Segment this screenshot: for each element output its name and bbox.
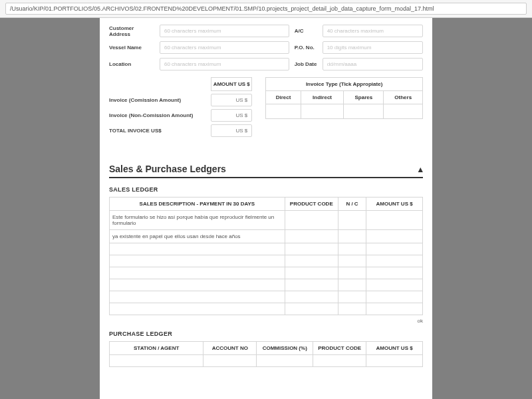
invoice-type-cell[interactable] <box>266 104 301 119</box>
url-bar[interactable]: /Usuario/KIP/01.PORTFOLIOS/05.ARCHIVOS/0… <box>5 3 527 15</box>
table-cell[interactable] <box>285 303 338 315</box>
table-cell[interactable] <box>313 355 366 367</box>
purchase-ledger-title: PURCHASE LEDGER <box>109 331 423 337</box>
input-job-date[interactable] <box>323 58 423 70</box>
table-cell[interactable] <box>338 279 366 291</box>
purchase-col-product-code: PRODUCT CODE <box>313 342 366 355</box>
invoice-type-table: Invoice Type (Tick Appropiate) Direct In… <box>265 77 423 119</box>
chevron-up-icon: ▴ <box>418 164 423 174</box>
table-cell[interactable]: ya existente en papel que ellos usan des… <box>110 230 285 243</box>
table-cell[interactable] <box>285 267 338 279</box>
table-cell[interactable] <box>366 243 423 255</box>
table-cell[interactable] <box>110 355 203 367</box>
table-cell[interactable] <box>285 211 338 230</box>
invoice-type-col-indirect: Indirect <box>301 91 343 104</box>
table-cell[interactable]: Este formulario se hizo así porque había… <box>110 211 285 230</box>
amount-header: AMOUNT US $ <box>211 77 252 91</box>
label-invoice-commission: Invoice (Comission Amount) <box>109 97 207 103</box>
table-cell[interactable] <box>110 267 285 279</box>
input-ac[interactable] <box>323 25 423 37</box>
label-vessel-name: Vessel Name <box>109 45 156 51</box>
table-cell[interactable] <box>285 230 338 243</box>
invoice-type-col-direct: Direct <box>266 91 301 104</box>
input-invoice-noncommission[interactable] <box>211 109 252 122</box>
table-cell[interactable] <box>366 291 423 303</box>
label-customer-address: Customer Address <box>109 25 156 37</box>
table-cell[interactable] <box>366 255 423 267</box>
table-cell[interactable] <box>338 291 366 303</box>
table-cell[interactable] <box>285 291 338 303</box>
table-cell[interactable] <box>366 211 423 230</box>
input-location[interactable] <box>160 58 289 70</box>
table-cell[interactable] <box>338 211 366 230</box>
table-cell[interactable] <box>366 267 423 279</box>
invoice-type-cell[interactable] <box>301 104 343 119</box>
ok-indicator: ok <box>109 318 423 324</box>
table-cell[interactable] <box>366 303 423 315</box>
table-cell[interactable] <box>338 243 366 255</box>
table-cell[interactable] <box>285 255 338 267</box>
table-cell[interactable] <box>366 279 423 291</box>
purchase-col-commission: COMMISSION (%) <box>257 342 313 355</box>
table-cell[interactable] <box>110 255 285 267</box>
invoice-type-cell[interactable] <box>344 104 384 119</box>
input-customer-address[interactable] <box>160 25 289 37</box>
browser-chrome: /Usuario/KIP/01.PORTFOLIOS/05.ARCHIVOS/0… <box>0 0 532 18</box>
sales-col-desc: SALES DESCRIPTION - PAYMENT IN 30 DAYS <box>110 198 285 211</box>
invoice-type-cell[interactable] <box>384 104 423 119</box>
table-cell[interactable] <box>338 255 366 267</box>
label-po-no: P.O. No. <box>295 45 319 51</box>
purchase-col-amount: AMOUNT US $ <box>366 342 423 355</box>
purchase-col-station: STATION / AGENT <box>110 342 203 355</box>
label-total-invoice: TOTAL INVOICE US$ <box>109 128 207 134</box>
table-cell[interactable] <box>110 279 285 291</box>
input-invoice-commission[interactable] <box>211 94 252 106</box>
input-vessel-name[interactable] <box>160 41 289 54</box>
invoice-type-col-others: Others <box>384 91 423 104</box>
table-cell[interactable] <box>366 355 423 367</box>
sales-col-nc: N / C <box>338 198 366 211</box>
input-total-invoice[interactable] <box>211 124 252 137</box>
invoice-type-col-spares: Spares <box>344 91 384 104</box>
input-po-no[interactable] <box>323 41 423 54</box>
section-sales-purchase-ledgers[interactable]: Sales & Purchase Ledgers ▴ <box>109 164 423 178</box>
table-cell[interactable] <box>285 243 338 255</box>
label-ac: A/C <box>295 28 319 34</box>
label-job-date: Job Date <box>295 61 319 67</box>
table-cell[interactable] <box>110 303 285 315</box>
invoice-type-title: Invoice Type (Tick Appropiate) <box>266 78 423 91</box>
table-cell[interactable] <box>366 230 423 243</box>
purchase-ledger-table: STATION / AGENT ACCOUNT NO COMMISSION (%… <box>109 341 423 367</box>
sales-ledger-title: SALES LEDGER <box>109 186 423 193</box>
sales-col-product-code: PRODUCT CODE <box>285 198 338 211</box>
table-cell[interactable] <box>338 303 366 315</box>
sales-ledger-table: SALES DESCRIPTION - PAYMENT IN 30 DAYS P… <box>109 197 423 315</box>
section-title: Sales & Purchase Ledgers <box>109 164 226 174</box>
label-invoice-noncommission: Invoice (Non-Comission Amount) <box>109 112 207 118</box>
form-page: Customer Address A/C Vessel Name P.O. No… <box>100 18 432 399</box>
table-cell[interactable] <box>110 291 285 303</box>
table-cell[interactable] <box>285 279 338 291</box>
table-cell[interactable] <box>203 355 257 367</box>
label-location: Location <box>109 61 156 67</box>
viewport: Customer Address A/C Vessel Name P.O. No… <box>0 18 532 399</box>
table-cell[interactable] <box>257 355 313 367</box>
table-cell[interactable] <box>338 267 366 279</box>
table-cell[interactable] <box>110 243 285 255</box>
sales-col-amount: AMOUNT US $ <box>366 198 423 211</box>
table-cell[interactable] <box>338 230 366 243</box>
purchase-col-account: ACCOUNT NO <box>203 342 257 355</box>
